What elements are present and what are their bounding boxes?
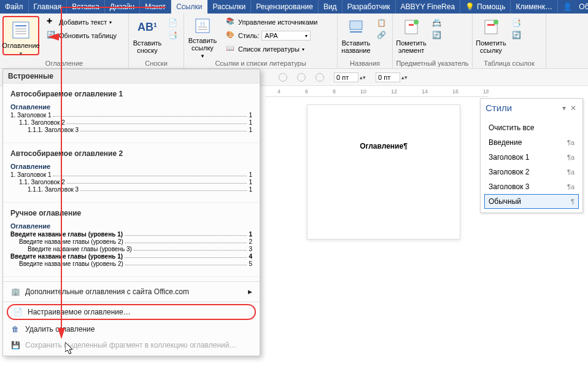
cross-ref-icon[interactable]: 🔗 [376, 29, 387, 41]
document-page[interactable]: Оглавление¶ [307, 104, 460, 240]
tab-abbyy[interactable]: ABBYY FineRea [396, 0, 461, 14]
ribbon-tabs: Файл Главная Вставка Дизайн Макет Ссылки… [0, 0, 588, 14]
save-icon: 💾 [10, 340, 20, 350]
toc-button-label: Оглавление [2, 42, 39, 49]
office-icon: 🏢 [10, 287, 20, 297]
toc-button[interactable]: Оглавление ▼ [2, 16, 39, 55]
align-option[interactable] [297, 73, 306, 82]
tab-developer[interactable]: Разработчик [342, 0, 396, 14]
chevron-right-icon: ▶ [248, 289, 252, 295]
citation-style-select[interactable]: 🎨 Стиль: APA▾ [222, 29, 321, 42]
group-label-toc: Оглавление [0, 60, 128, 67]
tab-layout[interactable]: Макет [140, 0, 171, 14]
spacing-before[interactable]: ▴▾ [334, 72, 366, 82]
tab-home[interactable]: Главная [29, 0, 68, 14]
manage-sources-button[interactable]: 📚 Управление источниками [222, 16, 321, 28]
remove-toc[interactable]: 🗑 Удалить оглавление [3, 321, 260, 337]
insert-caption-button[interactable]: Вставить название [338, 14, 374, 58]
caption-icon [346, 17, 366, 37]
pane-dropdown-icon[interactable]: ▾ [562, 104, 567, 112]
spacing-after[interactable]: ▴▾ [376, 72, 408, 82]
tab-user[interactable]: Клименк… [511, 0, 558, 14]
style-item[interactable]: Заголовок 1¶a [484, 150, 579, 165]
gallery-item-manual[interactable]: Ручное оглавление ОглавлениеВведите назв… [3, 203, 260, 277]
style-item[interactable]: Очистить все [484, 120, 579, 135]
styles-pane-title: Стили [485, 103, 512, 113]
tab-insert[interactable]: Вставка [67, 0, 105, 14]
toc-icon [11, 21, 31, 39]
group-label-citations: Ссылки и списки литературы [184, 60, 337, 67]
insert-index-icon[interactable]: 📇 [431, 17, 443, 28]
chevron-down-icon: ▼ [200, 54, 205, 60]
lightbulb-icon: 💡 [465, 2, 474, 11]
add-text-icon: ✚ [47, 17, 56, 27]
insert-tof-icon[interactable]: 📋 [376, 17, 387, 28]
svg-point-16 [493, 20, 498, 25]
tab-references[interactable]: Ссылки [171, 0, 207, 14]
footnote-icon: AB¹ [137, 17, 157, 37]
svg-rect-15 [487, 24, 495, 26]
close-icon[interactable]: ✕ [570, 104, 578, 112]
mark-entry-icon [401, 17, 421, 37]
refresh-icon: 🔄 [47, 31, 56, 41]
style-item[interactable]: Заголовок 2¶a [484, 165, 579, 179]
style-item[interactable]: Введение¶a [484, 135, 579, 150]
bibliography-button[interactable]: 📖 Список литературы ▾ [222, 43, 321, 55]
sources-icon: 📚 [226, 17, 236, 27]
chevron-down-icon: ▾ [305, 33, 308, 39]
gallery-header: Встроенные [3, 69, 260, 84]
style-item[interactable]: Обычный¶ [484, 194, 579, 209]
toc-gallery: Встроенные Автособираемое оглавление 1 О… [2, 69, 260, 356]
style-icon: 🎨 [226, 31, 236, 41]
svg-text:(-): (-) [201, 21, 205, 26]
tab-file[interactable]: Файл [0, 0, 29, 14]
spacing-before-input[interactable] [334, 72, 358, 82]
group-label-toa: Таблица ссылок [473, 60, 546, 67]
more-toc-online[interactable]: 🏢 Дополнительные оглавления с сайта Offi… [3, 284, 260, 300]
tab-design[interactable]: Дизайн [105, 0, 140, 14]
tab-review[interactable]: Рецензирование [251, 0, 319, 14]
insert-toa-icon[interactable]: 📑 [511, 17, 522, 28]
chevron-down-icon: ▾ [302, 47, 304, 52]
mark-citation-icon [481, 17, 501, 37]
group-label-footnotes: Сноски [129, 60, 184, 67]
custom-toc-icon: 📄 [13, 307, 23, 317]
tab-tellme[interactable]: 💡Помощь [460, 0, 511, 14]
align-option[interactable] [315, 73, 324, 82]
update-table-button[interactable]: 🔄 Обновить таблицу [43, 29, 120, 42]
insert-footnote-button[interactable]: AB¹ Вставить сноску [129, 14, 166, 58]
svg-rect-0 [13, 22, 29, 38]
save-selection-toc: 💾 Сохранить выделенный фрагмент в коллек… [3, 337, 260, 353]
svg-rect-9 [350, 21, 362, 29]
insert-citation-button[interactable]: (-) Вставить ссылку ▼ [184, 14, 221, 58]
citation-icon: (-) [193, 17, 212, 34]
align-option[interactable] [279, 73, 287, 82]
chevron-down-icon: ▼ [18, 52, 23, 57]
group-label-index: Предметный указатель [393, 60, 472, 67]
gallery-item-auto2[interactable]: Автособираемое оглавление 2 Оглавление1.… [3, 143, 260, 203]
doc-heading: Оглавление¶ [308, 105, 460, 187]
share-icon: 👤 [563, 2, 572, 11]
custom-toc[interactable]: 📄 Настраиваемое оглавление… [7, 304, 256, 320]
chevron-down-icon: ▾ [109, 20, 112, 25]
remove-icon: 🗑 [10, 324, 20, 334]
ribbon: Оглавление ▼ ✚ Добавить текст ▾ 🔄 Обнови… [0, 14, 588, 69]
mark-entry-button[interactable]: Пометить элемент [393, 14, 430, 58]
gallery-item-auto1[interactable]: Автособираемое оглавление 1 Оглавление1.… [3, 84, 260, 143]
mark-citation-button[interactable]: Пометить ссылку [473, 14, 509, 58]
styles-pane: Стили ▾ ✕ Очистить всеВведение¶aЗаголово… [480, 98, 583, 213]
footnote-show-icon[interactable]: 📑 [167, 29, 179, 41]
update-index-icon[interactable]: 🔄 [431, 29, 443, 41]
group-label-captions: Названия [338, 60, 392, 67]
svg-rect-12 [409, 24, 414, 26]
tab-share[interactable]: 👤 Общий доступ [558, 0, 588, 14]
spacing-after-input[interactable] [376, 72, 400, 82]
footnote-next-icon[interactable]: 📄 [167, 17, 179, 28]
style-item[interactable]: Заголовок 3¶a [484, 179, 579, 194]
update-toa-icon[interactable]: 🔄 [511, 29, 522, 41]
tab-view[interactable]: Вид [319, 0, 342, 14]
svg-point-13 [414, 20, 419, 25]
tab-mailings[interactable]: Рассылки [207, 0, 251, 14]
horizontal-ruler[interactable]: 4681012141618 [265, 86, 489, 97]
add-text-button[interactable]: ✚ Добавить текст ▾ [43, 16, 120, 28]
